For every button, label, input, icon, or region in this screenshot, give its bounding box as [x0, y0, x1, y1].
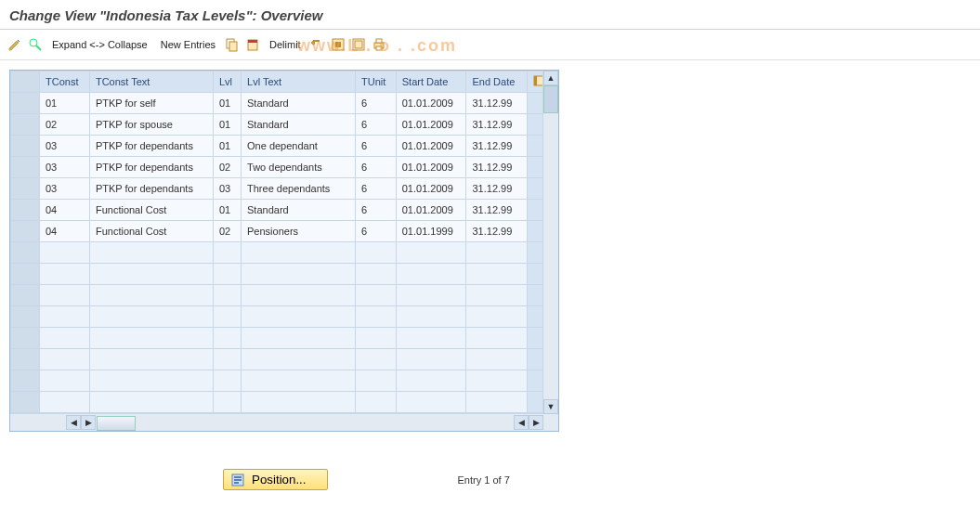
cell-lvl[interactable]: 01	[213, 114, 241, 136]
table-row-empty[interactable]	[11, 285, 558, 306]
cell-lvl[interactable]: 03	[213, 178, 241, 200]
scroll-down-arrow-icon[interactable]: ▼	[543, 399, 558, 414]
cell-end[interactable]: 31.12.99	[466, 157, 528, 178]
undo-icon[interactable]	[310, 37, 325, 52]
row-selector[interactable]	[11, 114, 40, 136]
scroll-up-arrow-icon[interactable]: ▲	[543, 71, 558, 85]
horizontal-scrollbar[interactable]: ◀ ▶ ◀ ▶	[10, 413, 558, 431]
scroll-left2-arrow-icon[interactable]: ◀	[514, 415, 529, 430]
toggle-display-change-icon[interactable]	[7, 37, 22, 52]
cell-tconst-text[interactable]: PTKP for dependants	[89, 157, 213, 178]
cell-end[interactable]: 31.12.99	[466, 200, 528, 221]
row-selector[interactable]	[11, 93, 40, 114]
col-end[interactable]: End Date	[466, 71, 528, 93]
row-selector[interactable]	[11, 349, 40, 370]
cell-tconst-text[interactable]: Functional Cost	[89, 221, 213, 242]
scroll-right-arrow-icon[interactable]: ▶	[81, 415, 96, 430]
cell-start[interactable]: 01.01.2009	[396, 114, 466, 136]
cell-tconst[interactable]: 04	[40, 221, 90, 242]
table-row-empty[interactable]	[11, 349, 558, 370]
select-all-icon[interactable]	[331, 37, 346, 52]
cell-tconst-text[interactable]: PTKP for dependants	[89, 136, 213, 157]
cell-start[interactable]: 01.01.2009	[396, 200, 466, 221]
cell-tconst[interactable]: 04	[40, 200, 90, 221]
position-button[interactable]: Position...	[223, 469, 328, 490]
row-selector[interactable]	[11, 306, 40, 328]
cell-tunit[interactable]: 6	[356, 221, 397, 242]
cell-tconst-text[interactable]: PTKP for self	[89, 93, 213, 114]
cell-lvl-text[interactable]: Standard	[242, 114, 356, 136]
col-lvl-text[interactable]: Lvl Text	[242, 71, 356, 93]
hscroll-thumb[interactable]	[97, 416, 136, 431]
col-tconst-text[interactable]: TConst Text	[89, 71, 213, 93]
row-selector[interactable]	[11, 136, 40, 157]
cell-start[interactable]: 01.01.2009	[396, 136, 466, 157]
row-selector[interactable]	[11, 178, 40, 200]
cell-lvl[interactable]: 02	[213, 157, 241, 178]
cell-lvl-text[interactable]: Standard	[242, 93, 356, 114]
cell-lvl[interactable]: 02	[213, 221, 241, 242]
cell-lvl-text[interactable]: Three dependants	[242, 178, 356, 200]
cell-start[interactable]: 01.01.2009	[396, 93, 466, 114]
table-row[interactable]: 01PTKP for self01Standard601.01.200931.1…	[11, 93, 558, 114]
scroll-right2-arrow-icon[interactable]: ▶	[529, 415, 543, 430]
delimit-button[interactable]: Delimit	[266, 39, 305, 50]
cell-tconst[interactable]: 03	[40, 178, 90, 200]
cell-end[interactable]: 31.12.99	[466, 178, 528, 200]
row-selector[interactable]	[11, 328, 40, 349]
col-start[interactable]: Start Date	[396, 71, 466, 93]
cell-tunit[interactable]: 6	[356, 136, 397, 157]
col-lvl[interactable]: Lvl	[213, 71, 241, 93]
row-selector[interactable]	[11, 285, 40, 306]
cell-tconst-text[interactable]: Functional Cost	[89, 200, 213, 221]
vscroll-track[interactable]	[543, 85, 558, 399]
cell-lvl-text[interactable]: Standard	[242, 200, 356, 221]
row-selector[interactable]	[11, 264, 40, 285]
cell-lvl[interactable]: 01	[213, 93, 241, 114]
cell-tunit[interactable]: 6	[356, 178, 397, 200]
print-icon[interactable]	[372, 37, 386, 52]
row-selector[interactable]	[11, 392, 40, 413]
table-row-empty[interactable]	[11, 370, 558, 392]
table-row[interactable]: 04Functional Cost02Pensioners601.01.1999…	[11, 221, 558, 242]
cell-tunit[interactable]: 6	[356, 157, 397, 178]
vscroll-thumb[interactable]	[543, 85, 558, 113]
expand-collapse-button[interactable]: Expand <-> Collapse	[48, 39, 151, 50]
deselect-all-icon[interactable]	[351, 37, 366, 52]
row-selector[interactable]	[11, 242, 40, 264]
table-row[interactable]: 04Functional Cost01Standard601.01.200931…	[11, 200, 558, 221]
cell-tunit[interactable]: 6	[356, 93, 397, 114]
cell-end[interactable]: 31.12.99	[466, 93, 528, 114]
table-row-empty[interactable]	[11, 264, 558, 285]
cell-lvl-text[interactable]: One dependant	[242, 136, 356, 157]
cell-start[interactable]: 01.01.1999	[396, 221, 466, 242]
cell-end[interactable]: 31.12.99	[466, 136, 528, 157]
copy-icon[interactable]	[225, 37, 240, 52]
table-row[interactable]: 03PTKP for dependants03Three dependants6…	[11, 178, 558, 200]
cell-lvl-text[interactable]: Pensioners	[242, 221, 356, 242]
row-selector[interactable]	[11, 370, 40, 392]
cell-lvl[interactable]: 01	[213, 200, 241, 221]
cell-start[interactable]: 01.01.2009	[396, 178, 466, 200]
cell-start[interactable]: 01.01.2009	[396, 157, 466, 178]
cell-tconst-text[interactable]: PTKP for dependants	[89, 178, 213, 200]
other-view-icon[interactable]	[28, 37, 43, 52]
cell-end[interactable]: 31.12.99	[466, 114, 528, 136]
cell-end[interactable]: 31.12.99	[466, 221, 528, 242]
cell-lvl-text[interactable]: Two dependants	[242, 157, 356, 178]
table-row-empty[interactable]	[11, 242, 558, 264]
table-row-empty[interactable]	[11, 328, 558, 349]
scroll-left-arrow-icon[interactable]: ◀	[66, 415, 81, 430]
table-row[interactable]: 03PTKP for dependants01One dependant601.…	[11, 136, 558, 157]
row-selector[interactable]	[11, 157, 40, 178]
col-tconst[interactable]: TConst	[40, 71, 90, 93]
cell-tconst[interactable]: 02	[40, 114, 90, 136]
table-row[interactable]: 03PTKP for dependants02Two dependants601…	[11, 157, 558, 178]
select-all-header[interactable]	[11, 71, 40, 93]
row-selector[interactable]	[11, 200, 40, 221]
row-selector[interactable]	[11, 221, 40, 242]
new-entries-button[interactable]: New Entries	[157, 39, 219, 50]
cell-tconst-text[interactable]: PTKP for spouse	[89, 114, 213, 136]
vertical-scrollbar[interactable]: ▲ ▼	[542, 71, 558, 414]
table-row[interactable]: 02PTKP for spouse01Standard601.01.200931…	[11, 114, 558, 136]
